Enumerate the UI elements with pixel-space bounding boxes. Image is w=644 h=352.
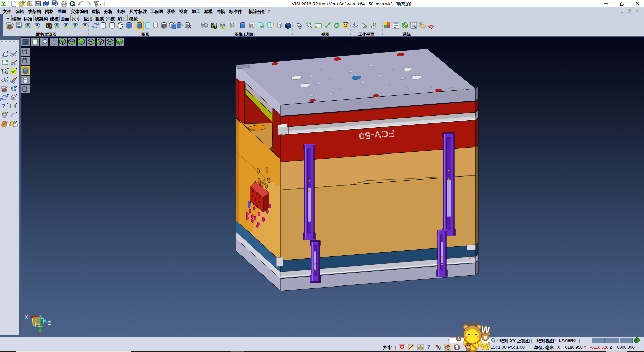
- svg-text:?: ?: [2, 103, 5, 110]
- svg-text:1:1: 1:1: [317, 24, 321, 27]
- svg-text:?: ?: [427, 344, 430, 350]
